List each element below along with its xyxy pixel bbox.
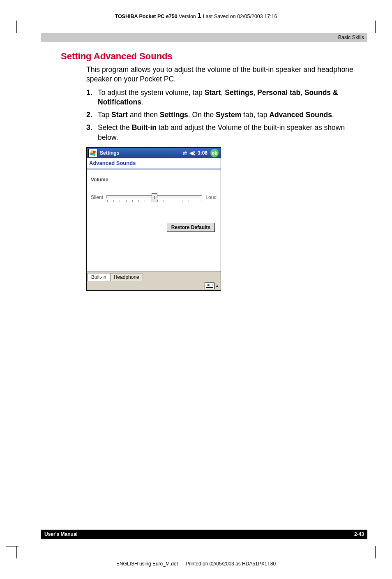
page-footer: User's Manual 2-43: [41, 530, 367, 539]
keyboard-icon[interactable]: [205, 283, 214, 289]
volume-slider[interactable]: [106, 192, 202, 203]
ppc-title: Settings: [100, 150, 119, 156]
chapter-title: Basic Skills: [338, 35, 364, 40]
connectivity-icon[interactable]: ⇄: [183, 150, 187, 156]
step-text: Select the Built-in tab and adjust the V…: [98, 123, 359, 142]
version-number: 1: [197, 12, 201, 20]
step-text: To adjust the system volume, tap Start, …: [98, 88, 359, 107]
running-header: TOSHIBA Pocket PC e750 Version 1 Last Sa…: [0, 12, 392, 20]
tab-builtin[interactable]: Built-in: [88, 273, 110, 281]
chapter-bar: Basic Skills: [41, 33, 367, 42]
version-label: Version: [179, 14, 196, 19]
footer-page-number: 2-43: [354, 531, 364, 537]
volume-icon[interactable]: ◀ξ: [189, 150, 195, 156]
step-number: 2.: [86, 110, 98, 120]
ppc-bottom-bar: ▲: [87, 281, 221, 290]
start-flag-icon[interactable]: [88, 149, 97, 157]
pocketpc-screenshot: Settings ⇄ ◀ξ 3:08 ok Advanced Sounds Vo…: [86, 147, 221, 291]
steps-list: 1. To adjust the system volume, tap Star…: [86, 88, 359, 142]
step-text: Tap Start and then Settings. On the Syst…: [98, 110, 334, 120]
section-heading: Setting Advanced Sounds: [61, 51, 367, 62]
slider-min-label: Silent: [91, 195, 103, 200]
ok-button[interactable]: ok: [210, 148, 219, 157]
slider-thumb[interactable]: [152, 193, 157, 202]
clock-time: 3:08: [198, 150, 208, 156]
ppc-tabs: Built-in Headphone: [87, 271, 221, 281]
step-item: 1. To adjust the system volume, tap Star…: [86, 88, 359, 107]
restore-defaults-button[interactable]: Restore Defaults: [167, 223, 215, 232]
volume-label: Volume: [91, 177, 217, 183]
step-item: 3. Select the Built-in tab and adjust th…: [86, 123, 359, 142]
step-number: 1.: [86, 88, 98, 107]
intro-paragraph: This program allows you to adjust the vo…: [86, 65, 359, 84]
print-info-line: ENGLISH using Euro_M.dot — Printed on 02…: [0, 561, 392, 567]
product-name: TOSHIBA Pocket PC e750: [115, 14, 177, 19]
ppc-title-bar: Settings ⇄ ◀ξ 3:08 ok: [87, 148, 221, 158]
tab-headphone[interactable]: Headphone: [110, 273, 143, 281]
step-number: 3.: [86, 123, 98, 142]
footer-left: User's Manual: [44, 531, 78, 537]
step-item: 2. Tap Start and then Settings. On the S…: [86, 110, 359, 120]
saved-timestamp: Last Saved on 02/05/2003 17:16: [203, 14, 277, 19]
input-panel-arrow-icon[interactable]: ▲: [215, 284, 219, 288]
slider-max-label: Loud: [205, 195, 217, 200]
ppc-subtitle: Advanced Sounds: [87, 158, 221, 169]
